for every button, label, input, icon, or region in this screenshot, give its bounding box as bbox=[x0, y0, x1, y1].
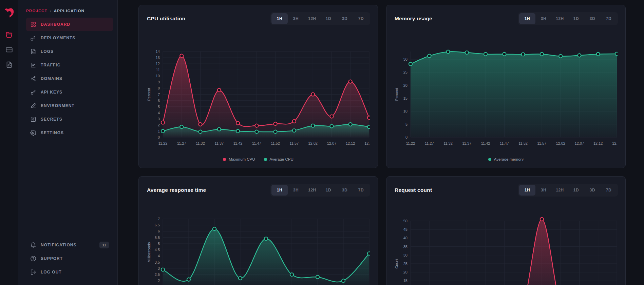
svg-text:Count: Count bbox=[395, 259, 399, 268]
range-button-12h[interactable]: 12H bbox=[304, 185, 320, 196]
key-icon bbox=[30, 89, 36, 95]
breadcrumb: PROJECT › APPLICATION bbox=[26, 0, 113, 18]
sidebar-item-domains[interactable]: DOMAINS bbox=[26, 72, 113, 85]
range-button-3d[interactable]: 3D bbox=[337, 185, 353, 196]
sidebar-item-logs[interactable]: LOGS bbox=[26, 45, 113, 58]
svg-text:10: 10 bbox=[156, 74, 160, 78]
card-request-count: Request count 1H3H12H1D3D7D 051015202530… bbox=[386, 176, 626, 285]
svg-text:11:32: 11:32 bbox=[443, 141, 453, 145]
range-button-7d[interactable]: 7D bbox=[601, 13, 617, 24]
range-button-3d[interactable]: 3D bbox=[337, 13, 353, 24]
range-button-12h[interactable]: 12H bbox=[552, 13, 568, 24]
svg-text:11:52: 11:52 bbox=[518, 141, 528, 145]
range-button-3h[interactable]: 3H bbox=[288, 185, 304, 196]
range-button-12h[interactable]: 12H bbox=[552, 185, 568, 196]
svg-text:13: 13 bbox=[156, 56, 160, 60]
svg-text:10: 10 bbox=[403, 109, 408, 113]
svg-text:3: 3 bbox=[158, 117, 160, 121]
sidebar-item-label: DOMAINS bbox=[41, 76, 62, 81]
svg-text:50: 50 bbox=[403, 219, 408, 223]
svg-text:Milliseconds: Milliseconds bbox=[147, 242, 151, 262]
range-button-1d[interactable]: 1D bbox=[568, 13, 584, 24]
legend-item: Average memory bbox=[488, 157, 524, 161]
bell-icon bbox=[30, 242, 36, 248]
range-button-1h[interactable]: 1H bbox=[519, 13, 535, 24]
range-button-3h[interactable]: 3H bbox=[535, 185, 552, 196]
chart-legend: Average memory bbox=[394, 157, 618, 161]
svg-text:11:22: 11:22 bbox=[158, 141, 168, 145]
folder-icon[interactable] bbox=[5, 31, 13, 39]
deployments-icon bbox=[30, 35, 36, 41]
legend-dot bbox=[488, 158, 491, 161]
sidebar-item-support[interactable]: SUPPORT bbox=[26, 252, 113, 265]
svg-text:11: 11 bbox=[156, 68, 160, 72]
svg-text:11:47: 11:47 bbox=[500, 141, 509, 145]
nest-logo[interactable] bbox=[3, 7, 15, 19]
svg-text:0: 0 bbox=[158, 135, 160, 139]
logs-icon bbox=[30, 48, 36, 55]
range-button-1h[interactable]: 1H bbox=[271, 13, 288, 24]
legend-label: Maximum CPU bbox=[229, 157, 255, 161]
range-button-7d[interactable]: 7D bbox=[601, 185, 617, 196]
sidebar-item-label: API KEYS bbox=[41, 90, 62, 95]
svg-text:5: 5 bbox=[158, 242, 160, 246]
svg-text:14: 14 bbox=[156, 49, 160, 54]
svg-text:30: 30 bbox=[403, 253, 408, 257]
range-button-7d[interactable]: 7D bbox=[353, 13, 369, 24]
breadcrumb-application[interactable]: APPLICATION bbox=[54, 9, 84, 13]
svg-text:11:27: 11:27 bbox=[425, 141, 434, 145]
range-button-1d[interactable]: 1D bbox=[320, 185, 337, 196]
sidebar-item-secrets[interactable]: SECRETS bbox=[26, 113, 113, 126]
request-count-chart-canvas: 05101520253035404550Count bbox=[394, 216, 618, 285]
legend-item: Maximum CPU bbox=[223, 157, 255, 161]
range-button-1h[interactable]: 1H bbox=[519, 185, 535, 196]
sidebar-item-api-keys[interactable]: API KEYS bbox=[26, 85, 113, 99]
svg-text:12:07: 12:07 bbox=[575, 141, 584, 145]
range-button-3h[interactable]: 3H bbox=[288, 13, 304, 24]
card-cpu-utilisation: CPU utilisation 1H3H12H1D3D7D 0123456789… bbox=[138, 5, 378, 168]
svg-text:11:22: 11:22 bbox=[406, 141, 415, 145]
card-icon[interactable] bbox=[5, 46, 13, 54]
traffic-icon bbox=[30, 62, 36, 68]
sidebar-item-label: NOTIFICATIONS bbox=[41, 243, 76, 247]
svg-text:20: 20 bbox=[403, 270, 408, 274]
range-button-3d[interactable]: 3D bbox=[584, 13, 601, 24]
svg-text:7: 7 bbox=[158, 217, 160, 221]
sidebar-item-label: DEPLOYMENTS bbox=[41, 36, 75, 40]
range-button-3h[interactable]: 3H bbox=[535, 13, 552, 24]
svg-text:5: 5 bbox=[158, 105, 160, 109]
sidebar-item-traffic[interactable]: TRAFFIC bbox=[26, 58, 113, 72]
dashboard-icon bbox=[30, 21, 36, 27]
sidebar-footer-nav: NOTIFICATIONS11SUPPORTLOG OUT bbox=[26, 238, 113, 279]
sidebar-item-label: ENVIRONMENT bbox=[41, 103, 75, 108]
svg-text:5: 5 bbox=[405, 122, 408, 126]
chart-title: Request count bbox=[395, 187, 432, 193]
chart-legend: Maximum CPUAverage CPU bbox=[147, 157, 370, 161]
svg-text:12:17: 12:17 bbox=[612, 141, 618, 145]
chart-title: Average response time bbox=[147, 187, 206, 193]
range-button-1d[interactable]: 1D bbox=[320, 13, 337, 24]
range-button-3d[interactable]: 3D bbox=[584, 185, 601, 196]
range-button-1d[interactable]: 1D bbox=[568, 185, 584, 196]
sidebar-item-dashboard[interactable]: DASHBOARD bbox=[26, 18, 113, 31]
svg-text:2: 2 bbox=[158, 279, 160, 283]
range-button-1h[interactable]: 1H bbox=[271, 185, 288, 196]
svg-text:9: 9 bbox=[158, 80, 160, 84]
sidebar-item-settings[interactable]: SETTINGS bbox=[26, 126, 113, 140]
svg-text:1: 1 bbox=[158, 129, 160, 133]
sidebar-item-deployments[interactable]: DEPLOYMENTS bbox=[26, 31, 113, 45]
chart-title: Memory usage bbox=[395, 16, 432, 22]
sidebar-item-label: SETTINGS bbox=[41, 130, 64, 135]
sidebar-item-environment[interactable]: ENVIRONMENT bbox=[26, 99, 113, 113]
legend-dot bbox=[264, 158, 267, 161]
sidebar-item-label: LOG OUT bbox=[41, 270, 62, 274]
file-code-icon[interactable] bbox=[5, 61, 13, 68]
sidebar-item-log-out[interactable]: LOG OUT bbox=[26, 265, 113, 279]
sidebar-item-label: SUPPORT bbox=[41, 256, 63, 261]
sidebar-item-notifications[interactable]: NOTIFICATIONS11 bbox=[26, 238, 113, 252]
pencil-icon bbox=[30, 103, 36, 109]
range-button-12h[interactable]: 12H bbox=[304, 13, 320, 24]
breadcrumb-project[interactable]: PROJECT bbox=[26, 9, 48, 13]
range-button-7d[interactable]: 7D bbox=[353, 185, 369, 196]
cpu-chart-canvas: 01234567891011121314Percent11:2211:2711:… bbox=[147, 45, 370, 153]
